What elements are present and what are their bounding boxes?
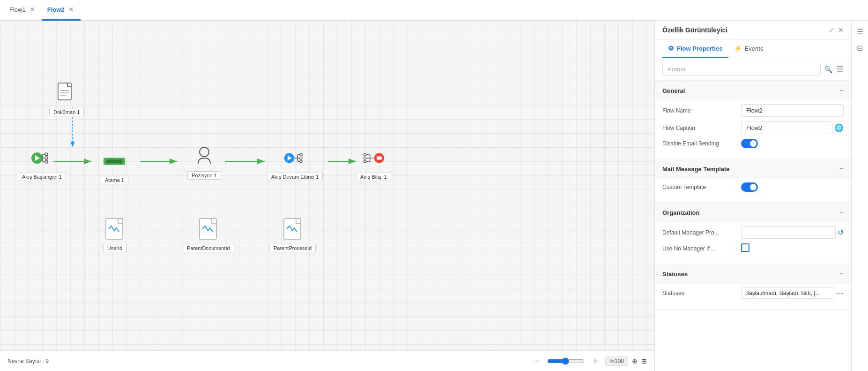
node-parentproc-label: ParentProcessId [269, 244, 316, 252]
prop-flow-caption-row: Flow Caption 🌐 [662, 121, 844, 134]
zoom-fit-button[interactable]: ⊕ [632, 357, 638, 365]
statuses-ellipsis-button[interactable]: ⋯ [836, 289, 844, 298]
flow-caption-input[interactable] [741, 121, 832, 134]
right-panel: Özellik Görüntüleyici ⤢ ✕ ⚙ Flow Propert… [654, 21, 851, 371]
section-org-content: Default Manager Pro... ↺ Use No Manager … [655, 222, 851, 264]
prop-flow-caption-label: Flow Caption [662, 125, 737, 131]
prop-flow-name-value [741, 104, 844, 117]
section-mail-header: Mail Message Template − [655, 159, 851, 179]
node-userid[interactable]: UserId [103, 218, 126, 252]
section-org-title: Organization [662, 209, 699, 216]
prop-custom-template-label: Custom Template [662, 184, 737, 190]
node-devam1[interactable]: Akış Devam Ettirici 1 [267, 146, 323, 181]
assignment-icon [103, 150, 126, 173]
svg-point-33 [364, 153, 366, 156]
prop-flow-name-label: Flow Name [662, 107, 737, 114]
zoom-slider[interactable] [547, 357, 585, 365]
section-mail-toggle[interactable]: − [839, 165, 844, 173]
section-general-toggle[interactable]: − [839, 86, 844, 95]
svg-point-22 [200, 147, 209, 157]
right-sidebar: ☰ ⊟ [851, 21, 868, 371]
tab-flow2[interactable]: Flow2 ✕ [42, 0, 81, 21]
tab-flow1[interactable]: Flow1 ✕ [4, 0, 42, 21]
panel-header-icons: ⤢ ✕ [829, 26, 844, 34]
prop-use-no-manager-label: Use No Manager If ... [662, 245, 737, 252]
caption-translate-button[interactable]: 🌐 [834, 123, 844, 132]
svg-point-14 [45, 157, 48, 159]
svg-point-25 [300, 153, 302, 156]
zoom-out-button[interactable]: − [530, 355, 543, 368]
svg-rect-21 [106, 159, 123, 163]
disable-email-toggle[interactable] [741, 139, 758, 148]
node-document1[interactable]: Doküman 1 [49, 82, 84, 116]
tab-flow1-label: Flow1 [9, 6, 26, 13]
canvas-area[interactable]: Doküman 1 Akış Başlangıcı [0, 21, 654, 371]
section-statuses-toggle[interactable]: − [839, 270, 844, 278]
prop-disable-email-value [741, 139, 844, 148]
svg-rect-43 [106, 219, 123, 239]
prop-statuses-label: Statuses [662, 290, 737, 296]
tab-flow-properties[interactable]: ⚙ Flow Properties [662, 40, 728, 58]
sidebar-list-icon-button[interactable]: ☰ [854, 24, 866, 39]
tab-flow2-close[interactable]: ✕ [67, 6, 75, 13]
filter-button[interactable]: ☰ [836, 64, 844, 75]
zoom-value: %100 [605, 356, 628, 366]
node-atama1-label: Atama 1 [101, 176, 128, 184]
canvas-svg [0, 21, 654, 371]
node-start1[interactable]: Akış Başlangıcı 1 [18, 146, 66, 181]
properties-tab-icon: ⚙ [668, 45, 674, 52]
zoom-controls: − + %100 ⊕ ⊞ [530, 355, 647, 368]
tab-flow1-close[interactable]: ✕ [29, 6, 36, 13]
start-icon [30, 146, 54, 170]
tab-events[interactable]: ⚡ Events [728, 40, 769, 58]
search-input[interactable] [662, 63, 821, 76]
prop-flow-caption-value: 🌐 [741, 121, 844, 134]
node-userid-label: UserId [103, 244, 126, 252]
prop-disable-email-label: Disable Email Sending [662, 140, 737, 147]
panel-pin-button[interactable]: ⤢ [829, 26, 834, 34]
panel-title: Özellik Görüntüleyici [662, 26, 727, 34]
disable-email-slider [741, 139, 758, 148]
svg-point-34 [364, 157, 366, 159]
panel-search: 🔍 ☰ [655, 58, 851, 81]
prop-statuses-row: Statuses Başlatılmadı, Başladı, Bitti, [… [662, 288, 844, 299]
end-icon [362, 146, 385, 170]
node-parentproc[interactable]: ParentProcessId [269, 218, 316, 252]
prop-use-no-manager-value [741, 243, 844, 253]
panel-body: General − Flow Name Flow Caption [655, 81, 851, 371]
use-no-manager-checkbox[interactable] [741, 243, 749, 252]
section-statuses-title: Statuses [662, 271, 688, 278]
statuses-value-text: Başlatılmadı, Başladı, Bitti, [... [741, 288, 834, 299]
svg-point-35 [364, 160, 366, 162]
zoom-in-button[interactable]: + [588, 355, 601, 368]
parentproc-icon [281, 218, 304, 241]
status-bar: Nesne Sayısı : 9 − + %100 ⊕ ⊞ [0, 350, 654, 371]
section-mail-template: Mail Message Template − Custom Template [655, 159, 851, 203]
prop-custom-template-value [741, 182, 844, 192]
properties-tab-label: Flow Properties [677, 45, 723, 52]
prop-use-no-manager-row: Use No Manager If ... [662, 243, 844, 253]
parentdoc-icon [197, 218, 220, 241]
node-devam1-label: Akış Devam Ettirici 1 [267, 173, 323, 181]
panel-close-button[interactable]: ✕ [838, 26, 844, 34]
events-tab-icon: ⚡ [734, 45, 742, 52]
prop-custom-template-row: Custom Template [662, 182, 844, 192]
section-statuses-content: Statuses Başlatılmadı, Başladı, Bitti, [… [655, 284, 851, 309]
custom-template-toggle[interactable] [741, 182, 758, 192]
position-icon [193, 145, 216, 168]
default-manager-refresh-button[interactable]: ↺ [838, 228, 844, 237]
object-count: Nesne Sayısı : 9 [7, 358, 49, 364]
node-parentdoc[interactable]: ParentDocumentId [183, 218, 234, 252]
events-tab-label: Events [745, 45, 764, 52]
svg-rect-44 [200, 219, 216, 239]
flow-name-input[interactable] [741, 104, 844, 117]
panel-tabs: ⚙ Flow Properties ⚡ Events [655, 40, 851, 58]
node-bitis1[interactable]: Akış Bitişi 1 [356, 146, 391, 181]
search-button[interactable]: 🔍 [824, 66, 832, 73]
zoom-reset-button[interactable]: ⊞ [641, 357, 647, 365]
section-org-toggle[interactable]: − [839, 208, 844, 217]
node-atama1[interactable]: Atama 1 [101, 150, 128, 184]
default-manager-select[interactable] [741, 226, 836, 239]
node-pozisyon1[interactable]: Pozisyon 1 [187, 145, 221, 180]
sidebar-filter-icon-button[interactable]: ⊟ [854, 41, 866, 55]
